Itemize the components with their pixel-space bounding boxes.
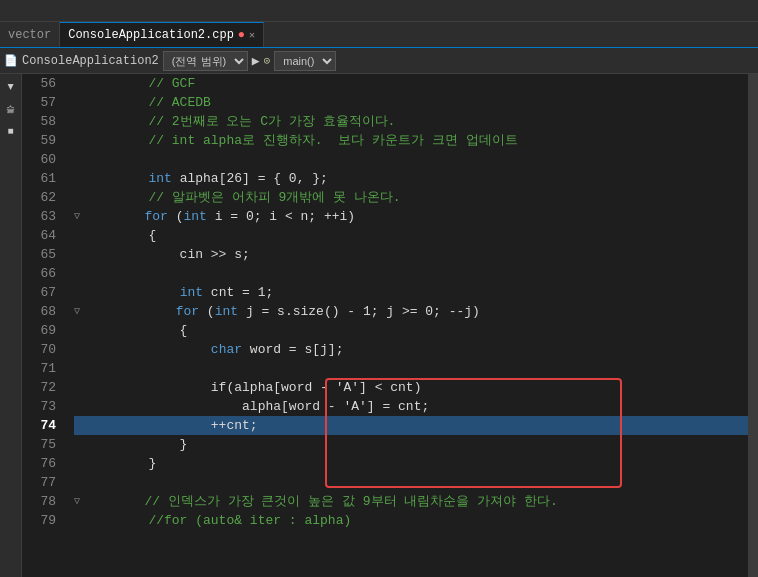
line-number-71: 71 [22, 359, 56, 378]
fold-icon-63[interactable]: ▽ [74, 207, 80, 226]
line-number-68: 68 [22, 302, 56, 321]
code-token: // 인덱스가 가장 큰것이 높은 값 9부터 내림차순을 가져야 한다. [82, 492, 558, 511]
tab-vector-label: vector [8, 28, 51, 42]
line-number-63: 63 [22, 207, 56, 226]
scope-select[interactable]: (전역 범위) [163, 51, 248, 71]
code-line-73: alpha[word - 'A'] = cnt; [74, 397, 748, 416]
code-line-65: cin >> s; [74, 245, 748, 264]
function-icon: ⊙ [264, 54, 271, 67]
line-number-73: 73 [22, 397, 56, 416]
tab-bar[interactable]: vector ConsoleApplication2.cpp ● ✕ [0, 22, 758, 48]
code-token: j = s.size() - 1; j >= 0; --j) [238, 302, 480, 321]
line-number-79: 79 [22, 511, 56, 530]
scrollbar-v[interactable] [748, 74, 758, 577]
arrow-right-icon: ▶ [252, 53, 260, 69]
code-line-66 [74, 264, 748, 283]
code-token: // 알파벳은 어차피 9개밖에 못 나온다. [86, 188, 401, 207]
code-line-76: } [74, 454, 748, 473]
line-numbers: 5657585960616263646566676869707172737475… [22, 74, 62, 577]
code-line-58: // 2번째로 오는 C가 가장 효율적이다. [74, 112, 748, 131]
sidebar-icon-text[interactable]: 슬 [2, 100, 20, 118]
fold-icon-78[interactable]: ▽ [74, 492, 80, 511]
code-token: alpha[26] = { 0, }; [172, 169, 328, 188]
tab-vector[interactable]: vector [0, 22, 60, 47]
line-number-61: 61 [22, 169, 56, 188]
code-line-59: // int alpha로 진행하자. 보다 카운트가 크면 업데이트 [74, 131, 748, 150]
code-line-79: //for (auto& iter : alpha) [74, 511, 748, 530]
code-token: cin >> s; [86, 245, 250, 264]
code-line-74: ++cnt; [74, 416, 748, 435]
code-token [86, 340, 211, 359]
title-bar [0, 0, 758, 22]
code-content[interactable]: // GCF // ACEDB // 2번째로 오는 C가 가장 효율적이다. … [66, 74, 748, 577]
code-token: int [183, 207, 206, 226]
code-token: if(alpha[word - 'A'] < cnt) [86, 378, 421, 397]
tab-modified-icon: ● [238, 28, 245, 42]
code-line-77 [74, 473, 748, 492]
function-select[interactable]: main() [274, 51, 336, 71]
code-area: 5657585960616263646566676869707172737475… [22, 74, 758, 577]
line-number-56: 56 [22, 74, 56, 93]
code-token: // GCF [86, 74, 195, 93]
code-token: } [86, 435, 187, 454]
line-number-57: 57 [22, 93, 56, 112]
code-token: //for (auto& iter : alpha) [86, 511, 351, 530]
code-token: // 2번째로 오는 C가 가장 효율적이다. [86, 112, 395, 131]
code-token: alpha[word - 'A'] = cnt; [86, 397, 429, 416]
line-number-60: 60 [22, 150, 56, 169]
code-line-63: ▽ for (int i = 0; i < n; ++i) [74, 207, 748, 226]
line-number-64: 64 [22, 226, 56, 245]
toolbar: 📄 ConsoleApplication2 (전역 범위) ▶ ⊙ main() [0, 48, 758, 74]
code-token: ( [168, 207, 184, 226]
code-token: { [86, 321, 187, 340]
code-token: char [211, 340, 242, 359]
line-number-72: 72 [22, 378, 56, 397]
code-token: int [215, 302, 238, 321]
tab-cpp[interactable]: ConsoleApplication2.cpp ● ✕ [60, 22, 264, 47]
line-number-69: 69 [22, 321, 56, 340]
code-token: ( [199, 302, 215, 321]
code-line-70: char word = s[j]; [74, 340, 748, 359]
code-line-56: // GCF [74, 74, 748, 93]
project-name: ConsoleApplication2 [22, 54, 159, 68]
code-token: ++cnt; [86, 416, 258, 435]
line-number-78: 78 [22, 492, 56, 511]
sidebar: ▶ 슬 ■ [0, 74, 22, 577]
code-line-71 [74, 359, 748, 378]
code-token: } [86, 454, 156, 473]
code-line-67: int cnt = 1; [74, 283, 748, 302]
line-number-76: 76 [22, 454, 56, 473]
code-line-60 [74, 150, 748, 169]
project-icon: 📄 [4, 54, 18, 67]
code-token [82, 302, 176, 321]
line-number-70: 70 [22, 340, 56, 359]
code-token: for [176, 302, 199, 321]
code-token: { [86, 226, 156, 245]
line-number-62: 62 [22, 188, 56, 207]
line-number-59: 59 [22, 131, 56, 150]
code-line-69: { [74, 321, 748, 340]
code-line-57: // ACEDB [74, 93, 748, 112]
code-token: i = 0; i < n; ++i) [207, 207, 355, 226]
fold-icon-68[interactable]: ▽ [74, 302, 80, 321]
line-number-58: 58 [22, 112, 56, 131]
line-number-75: 75 [22, 435, 56, 454]
code-line-68: ▽ for (int j = s.size() - 1; j >= 0; --j… [74, 302, 748, 321]
code-line-78: ▽ // 인덱스가 가장 큰것이 높은 값 9부터 내림차순을 가져야 한다. [74, 492, 748, 511]
line-number-66: 66 [22, 264, 56, 283]
tab-close-icon[interactable]: ✕ [249, 29, 255, 41]
line-number-67: 67 [22, 283, 56, 302]
code-token: int [148, 169, 171, 188]
sidebar-icon-stop[interactable]: ■ [2, 122, 20, 140]
line-number-65: 65 [22, 245, 56, 264]
code-line-75: } [74, 435, 748, 454]
line-number-74: 74 [22, 416, 56, 435]
code-token: // int alpha로 진행하자. 보다 카운트가 크면 업데이트 [86, 131, 518, 150]
sidebar-icon-play[interactable]: ▶ [2, 78, 20, 96]
line-number-77: 77 [22, 473, 56, 492]
code-token [86, 283, 180, 302]
code-token: for [144, 207, 167, 226]
code-token: word = s[j]; [242, 340, 343, 359]
code-token: // ACEDB [86, 93, 211, 112]
main-area: ▶ 슬 ■ 5657585960616263646566676869707172… [0, 74, 758, 577]
